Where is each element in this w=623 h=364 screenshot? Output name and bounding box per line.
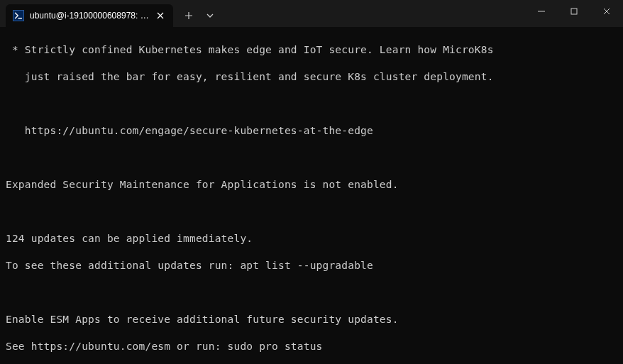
motd-line: 124 updates can be applied immediately. xyxy=(6,232,617,246)
minimize-button[interactable] xyxy=(525,0,558,23)
window-titlebar: ubuntu@i-19100000608978: ~/… xyxy=(0,0,623,27)
tab-title: ubuntu@i-19100000608978: ~/… xyxy=(30,11,149,21)
motd-line: Enable ESM Apps to receive additional fu… xyxy=(6,313,617,326)
maximize-button[interactable] xyxy=(558,0,590,23)
blank-line xyxy=(6,97,617,111)
window-controls xyxy=(525,0,623,23)
terminal-tab[interactable]: ubuntu@i-19100000608978: ~/… xyxy=(6,4,173,27)
motd-line: Expanded Security Maintenance for Applic… xyxy=(6,178,617,192)
motd-url: https://ubuntu.com/engage/secure-kuberne… xyxy=(6,124,617,138)
terminal-output[interactable]: * Strictly confined Kubernetes makes edg… xyxy=(0,27,623,364)
motd-line: See https://ubuntu.com/esm or run: sudo … xyxy=(6,340,617,353)
blank-line xyxy=(6,151,617,165)
new-tab-button[interactable] xyxy=(177,4,200,27)
motd-line: just raised the bar for easy, resilient … xyxy=(6,70,617,84)
powershell-icon xyxy=(13,10,24,21)
motd-line: * Strictly confined Kubernetes makes edg… xyxy=(6,43,617,57)
motd-line: To see these additional updates run: apt… xyxy=(6,259,617,272)
tab-bar: ubuntu@i-19100000608978: ~/… xyxy=(0,0,220,27)
close-tab-icon[interactable] xyxy=(155,10,166,21)
tab-dropdown-button[interactable] xyxy=(200,4,220,27)
blank-line xyxy=(6,205,617,219)
blank-line xyxy=(6,286,617,299)
svg-rect-0 xyxy=(571,9,577,14)
close-window-button[interactable] xyxy=(590,0,623,23)
